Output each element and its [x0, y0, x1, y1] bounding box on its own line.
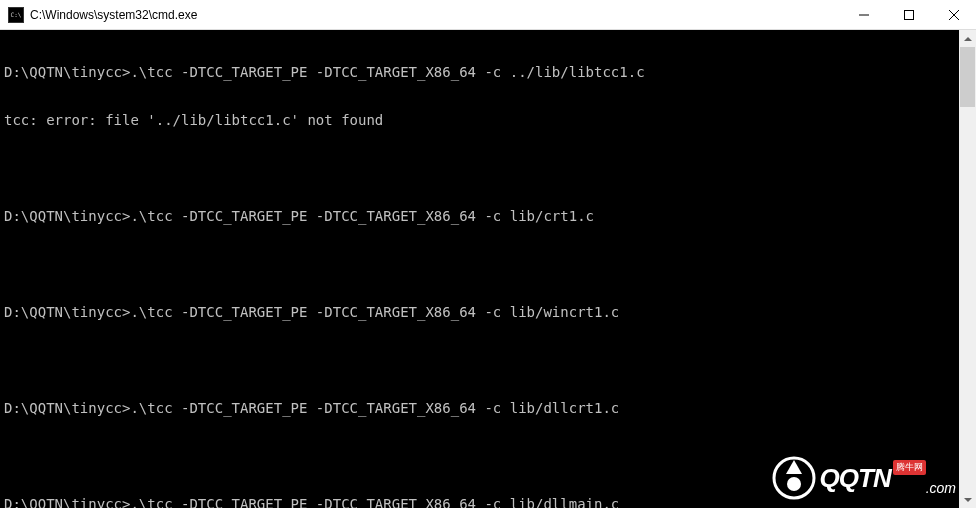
close-button[interactable] — [931, 0, 976, 29]
minimize-button[interactable] — [841, 0, 886, 29]
cmd-icon — [8, 7, 24, 23]
blank-line — [4, 160, 972, 176]
title-bar: C:\Windows\system32\cmd.exe — [0, 0, 976, 30]
scroll-thumb[interactable] — [960, 47, 975, 107]
output-line: D:\QQTN\tinycc>.\tcc -DTCC_TARGET_PE -DT… — [4, 208, 972, 224]
window-title: C:\Windows\system32\cmd.exe — [30, 8, 841, 22]
window-controls — [841, 0, 976, 29]
svg-marker-4 — [964, 37, 972, 41]
output-line: D:\QQTN\tinycc>.\tcc -DTCC_TARGET_PE -DT… — [4, 64, 972, 80]
output-line: tcc: error: file '../lib/libtcc1.c' not … — [4, 112, 972, 128]
output-line: D:\QQTN\tinycc>.\tcc -DTCC_TARGET_PE -DT… — [4, 400, 972, 416]
scroll-track[interactable] — [959, 47, 976, 491]
blank-line — [4, 352, 972, 368]
scroll-down-button[interactable] — [959, 491, 976, 508]
scrollbar-vertical[interactable] — [959, 30, 976, 508]
scroll-up-button[interactable] — [959, 30, 976, 47]
terminal-output: D:\QQTN\tinycc>.\tcc -DTCC_TARGET_PE -DT… — [0, 30, 976, 508]
blank-line — [4, 256, 972, 272]
svg-rect-1 — [904, 10, 913, 19]
maximize-button[interactable] — [886, 0, 931, 29]
terminal-area[interactable]: D:\QQTN\tinycc>.\tcc -DTCC_TARGET_PE -DT… — [0, 30, 976, 508]
output-line: D:\QQTN\tinycc>.\tcc -DTCC_TARGET_PE -DT… — [4, 496, 972, 508]
svg-marker-5 — [964, 498, 972, 502]
blank-line — [4, 448, 972, 464]
output-line: D:\QQTN\tinycc>.\tcc -DTCC_TARGET_PE -DT… — [4, 304, 972, 320]
